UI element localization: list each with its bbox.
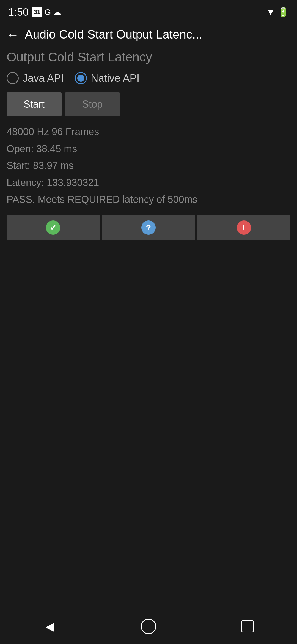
wifi-icon: ▼ <box>266 7 275 17</box>
nav-recent-icon <box>241 620 254 632</box>
section-title: Output Cold Start Latency <box>7 50 290 64</box>
calendar-icon: 31 <box>32 7 42 17</box>
pass-icon: ✓ <box>46 220 60 235</box>
stop-button[interactable]: Stop <box>65 92 120 116</box>
battery-icon: 🔋 <box>278 7 289 17</box>
radio-label-native: Native API <box>91 72 139 84</box>
question-icon: ? <box>141 220 156 235</box>
status-warning-button[interactable]: ! <box>197 215 290 240</box>
status-bar-right: ▼ 🔋 <box>266 7 289 17</box>
results-text: 48000 Hz 96 Frames Open: 38.45 ms Start:… <box>7 124 290 208</box>
result-line-3: Start: 83.97 ms <box>7 158 290 174</box>
radio-circle-native <box>75 72 87 84</box>
result-line-1: 48000 Hz 96 Frames <box>7 124 290 140</box>
app-bar: ← Audio Cold Start Output Latenc... <box>0 22 297 47</box>
radio-circle-java <box>7 72 19 84</box>
back-button[interactable]: ← <box>7 28 19 41</box>
radio-label-java: Java API <box>23 72 64 84</box>
nav-home-icon <box>141 619 156 634</box>
warning-icon: ! <box>237 220 251 235</box>
button-row: Start Stop <box>7 92 290 116</box>
nav-recent-button[interactable] <box>231 615 264 637</box>
cloud-icon: ☁ <box>53 7 61 17</box>
result-line-4: Latency: 133.930321 <box>7 175 290 191</box>
nav-back-icon: ◀ <box>45 620 54 633</box>
start-button[interactable]: Start <box>7 92 62 116</box>
status-icons: 31 G ☁ <box>32 7 61 17</box>
radio-native[interactable]: Native API <box>75 72 139 84</box>
main-content: Output Cold Start Latency Java API Nativ… <box>0 47 297 255</box>
status-time: 1:50 <box>8 6 29 18</box>
google-icon: G <box>45 7 51 17</box>
nav-bar: ◀ <box>0 608 297 644</box>
nav-back-button[interactable]: ◀ <box>33 615 66 637</box>
status-question-button[interactable]: ? <box>102 215 195 240</box>
nav-home-button[interactable] <box>132 615 165 637</box>
status-buttons: ✓ ? ! <box>7 215 290 240</box>
status-pass-button[interactable]: ✓ <box>7 215 100 240</box>
radio-java[interactable]: Java API <box>7 72 64 84</box>
result-line-5: PASS. Meets REQUIRED latency of 500ms <box>7 192 290 208</box>
page-title: Audio Cold Start Output Latenc... <box>25 28 290 41</box>
status-bar-left: 1:50 31 G ☁ <box>8 6 61 18</box>
status-bar: 1:50 31 G ☁ ▼ 🔋 <box>0 0 297 22</box>
result-line-2: Open: 38.45 ms <box>7 141 290 157</box>
radio-group: Java API Native API <box>7 72 290 84</box>
